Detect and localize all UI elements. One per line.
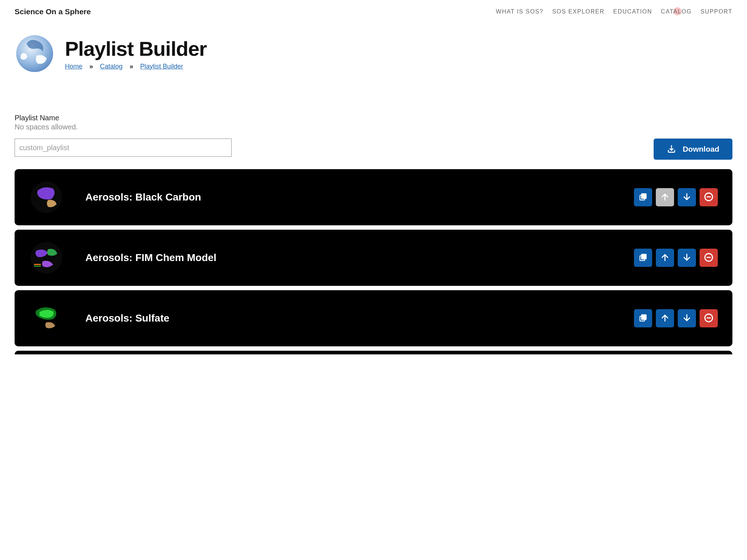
duplicate-button[interactable] [634,309,652,327]
item-thumbnail-icon [29,301,63,335]
breadcrumb: Home » Catalog » Playlist Builder [65,63,207,70]
arrow-up-icon [660,253,670,263]
remove-icon [704,313,714,324]
download-button-label: Download [683,145,719,153]
arrow-down-icon [682,313,692,324]
playlist-name-hint: No spaces allowed. [15,123,732,131]
playlist-item-partial [15,351,732,354]
remove-button[interactable] [700,249,718,267]
chevron-right-icon: » [129,63,133,70]
nav-sos-explorer[interactable]: SOS EXPLORER [552,8,604,15]
download-button[interactable]: Download [654,139,732,160]
page-title: Playlist Builder [65,37,207,61]
remove-icon [704,252,714,264]
breadcrumb-catalog[interactable]: Catalog [100,63,123,70]
item-actions [634,249,718,267]
playlist-item: Aerosols: FIM Chem Model [15,230,732,286]
arrow-down-icon [682,192,692,203]
remove-icon [704,192,714,203]
svg-rect-2 [642,194,646,198]
copy-icon [638,253,648,263]
breadcrumb-home[interactable]: Home [65,63,82,70]
item-title: Aerosols: FIM Chem Model [85,252,612,264]
svg-rect-14 [642,315,646,319]
playlist-item: Aerosols: Black Carbon [15,169,732,225]
nav-support[interactable]: SUPPORT [700,8,732,15]
item-actions [634,188,718,206]
playlist-name-input[interactable] [15,139,232,157]
playlist-item: Aerosols: Sulfate [15,290,732,346]
move-down-button[interactable] [678,309,696,327]
brand-title[interactable]: Science On a Sphere [15,7,91,16]
arrow-up-icon [660,313,670,324]
duplicate-button[interactable] [634,188,652,206]
move-up-button[interactable] [656,309,674,327]
nav-education[interactable]: EDUCATION [613,8,652,15]
item-title: Aerosols: Sulfate [85,312,612,324]
move-up-button [656,188,674,206]
svg-rect-7 [34,264,41,265]
top-nav: WHAT IS SOS? SOS EXPLORER EDUCATION CATA… [496,8,732,15]
nav-what-is-sos[interactable]: WHAT IS SOS? [496,8,543,15]
svg-point-6 [31,242,62,273]
move-down-button[interactable] [678,249,696,267]
move-down-button[interactable] [678,188,696,206]
svg-rect-8 [34,266,41,267]
remove-button[interactable] [700,188,718,206]
move-up-button[interactable] [656,249,674,267]
svg-rect-9 [642,254,646,259]
remove-button[interactable] [700,309,718,327]
breadcrumb-current[interactable]: Playlist Builder [140,63,183,70]
nav-catalog[interactable]: CATALOG [661,8,692,15]
duplicate-button[interactable] [634,249,652,267]
copy-icon [638,192,648,203]
chevron-right-icon: » [89,63,93,70]
item-thumbnail-icon [29,241,63,275]
download-icon [667,144,676,154]
item-actions [634,309,718,327]
copy-icon [638,313,648,324]
playlist-list: Aerosols: Black Carbon Aerosols: FIM Che… [0,163,747,360]
playlist-name-label: Playlist Name [15,114,732,122]
arrow-up-icon [660,192,670,203]
item-title: Aerosols: Black Carbon [85,191,612,203]
arrow-down-icon [682,253,692,263]
item-thumbnail-icon [29,180,63,214]
globe-logo-icon [15,34,55,74]
